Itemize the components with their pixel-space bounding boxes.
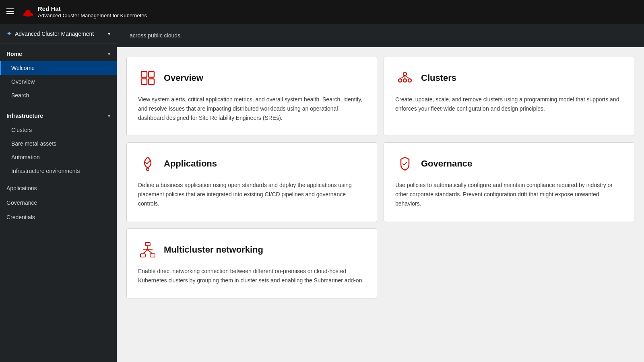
sidebar-section-home-chevron: ▾ bbox=[108, 51, 110, 57]
sidebar-item-welcome[interactable]: Welcome bbox=[0, 61, 117, 75]
svg-rect-17 bbox=[145, 243, 150, 246]
cluster-chevron-icon: ▾ bbox=[108, 31, 110, 37]
svg-point-11 bbox=[408, 79, 411, 82]
sidebar-item-credentials[interactable]: Credentials bbox=[0, 210, 117, 224]
top-navigation: Red Hat Advanced Cluster Management for … bbox=[0, 0, 644, 24]
svg-line-21 bbox=[143, 250, 148, 254]
welcome-cards-grid: Overview View system alerts, critical ap… bbox=[117, 47, 644, 308]
applications-card-body: Define a business application using open… bbox=[138, 181, 365, 208]
redhat-logo: Red Hat Advanced Cluster Management for … bbox=[22, 5, 147, 19]
svg-rect-0 bbox=[6, 8, 14, 9]
svg-rect-2 bbox=[6, 13, 14, 14]
sidebar-section-home-label: Home bbox=[6, 51, 22, 57]
svg-rect-1 bbox=[6, 11, 14, 12]
svg-rect-5 bbox=[149, 72, 154, 77]
governance-card[interactable]: Governance Use policies to automatically… bbox=[384, 142, 634, 222]
clusters-card[interactable]: Clusters Create, update, scale, and remo… bbox=[384, 57, 634, 136]
svg-point-8 bbox=[403, 72, 407, 76]
governance-card-title: Governance bbox=[421, 158, 472, 169]
intro-strip: across public clouds. bbox=[117, 24, 644, 47]
sidebar: ✦ Advanced Cluster Management ▾ Home ▾ W… bbox=[0, 24, 117, 362]
svg-rect-4 bbox=[141, 72, 147, 77]
cluster-icon: ✦ bbox=[6, 30, 12, 37]
cluster-name: Advanced Cluster Management bbox=[15, 31, 105, 37]
multicluster-networking-card[interactable]: Multicluster networking Enable direct ne… bbox=[126, 228, 377, 298]
sidebar-section-infrastructure: Infrastructure ▾ Clusters Bare metal ass… bbox=[0, 105, 117, 181]
svg-line-22 bbox=[148, 250, 153, 254]
cluster-switcher[interactable]: ✦ Advanced Cluster Management ▾ bbox=[0, 24, 117, 43]
networking-icon bbox=[138, 240, 157, 259]
overview-card[interactable]: Overview View system alerts, critical ap… bbox=[126, 57, 377, 136]
governance-card-body: Use policies to automatically configure … bbox=[395, 181, 623, 208]
hamburger-menu-button[interactable] bbox=[6, 8, 14, 17]
sidebar-section-home: Home ▾ Welcome Overview Search bbox=[0, 43, 117, 105]
sidebar-item-automation[interactable]: Automation bbox=[0, 150, 117, 164]
clusters-card-title: Clusters bbox=[421, 73, 456, 83]
sidebar-item-infra-environments[interactable]: Infrastructure environments bbox=[0, 164, 117, 178]
sidebar-item-applications[interactable]: Applications bbox=[0, 181, 117, 195]
networking-card-title: Multicluster networking bbox=[164, 245, 263, 255]
sidebar-section-infrastructure-header[interactable]: Infrastructure ▾ bbox=[0, 109, 117, 123]
svg-line-12 bbox=[400, 76, 405, 79]
sidebar-item-search[interactable]: Search bbox=[0, 88, 117, 102]
sidebar-section-home-header[interactable]: Home ▾ bbox=[0, 47, 117, 61]
svg-line-14 bbox=[405, 76, 410, 79]
overview-card-title: Overview bbox=[164, 73, 203, 83]
applications-icon bbox=[138, 154, 157, 173]
clusters-card-body: Create, update, scale, and remove cluste… bbox=[395, 95, 623, 113]
sidebar-item-bare-metal[interactable]: Bare metal assets bbox=[0, 137, 117, 150]
sidebar-section-infrastructure-chevron: ▾ bbox=[108, 113, 110, 119]
overview-card-body: View system alerts, critical application… bbox=[138, 95, 365, 123]
governance-icon bbox=[395, 154, 415, 173]
applications-card-title: Applications bbox=[164, 158, 217, 169]
networking-card-body: Enable direct networking connection betw… bbox=[138, 267, 365, 285]
svg-point-10 bbox=[403, 79, 407, 82]
applications-card[interactable]: Applications Define a business applicati… bbox=[126, 142, 377, 222]
svg-point-15 bbox=[147, 168, 149, 171]
sidebar-item-clusters[interactable]: Clusters bbox=[0, 123, 117, 137]
sidebar-item-overview[interactable]: Overview bbox=[0, 75, 117, 88]
overview-icon bbox=[138, 68, 157, 88]
main-content: across public clouds. Overview View syst… bbox=[117, 24, 644, 362]
sidebar-item-governance[interactable]: Governance bbox=[0, 195, 117, 210]
svg-point-9 bbox=[398, 79, 402, 82]
svg-rect-19 bbox=[150, 254, 155, 257]
svg-rect-7 bbox=[149, 79, 154, 84]
intro-text: across public clouds. bbox=[130, 32, 182, 39]
svg-rect-6 bbox=[141, 79, 147, 84]
app-title: Red Hat Advanced Cluster Management for … bbox=[38, 5, 147, 19]
svg-rect-18 bbox=[140, 254, 145, 257]
clusters-icon bbox=[395, 68, 415, 88]
sidebar-section-infrastructure-label: Infrastructure bbox=[6, 113, 43, 119]
